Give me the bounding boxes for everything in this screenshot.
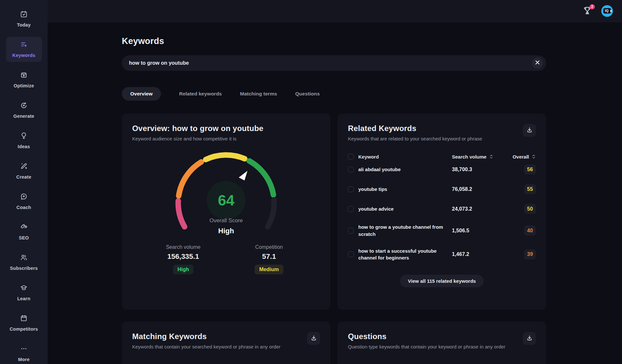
download-button[interactable] [307,332,320,345]
sidebar-item-label: Keywords [12,53,35,58]
overview-card-title: Overview: how to grow on youtube [132,124,263,133]
row-checkbox[interactable] [348,206,354,212]
sidebar-item-label: Competitors [10,326,38,332]
magic-pencil-icon [20,162,28,171]
sidebar-item-label: Coach [17,205,31,210]
sidebar-item-label: Generate [13,114,34,119]
sidebar-item-label: Ideas [17,144,30,149]
page-title: Keywords [122,36,546,46]
matching-card-title: Matching Keywords [132,332,281,341]
tags-icon [20,223,28,232]
account-avatar[interactable]: IQ [601,5,613,17]
search-volume-cell: 38,700.3 [452,167,506,172]
search-volume-cell: 1,506.5 [452,228,506,234]
sidebar-item-coach[interactable]: Coach [6,189,42,214]
sidebar-item-label: Create [16,174,31,180]
tab-overview[interactable]: Overview [122,87,161,101]
sidebar-item-subscribers[interactable]: Subscribers [6,250,42,275]
lightbulb-icon [20,132,28,141]
overview-card: Overview: how to grow on youtube Keyword… [122,114,330,310]
stat-value: 57.1 [242,252,297,261]
row-checkbox[interactable] [348,251,354,257]
main-content: Keywords Overview Related keywords Match… [48,22,622,364]
gauge-segment-medium [206,155,245,160]
graduation-cap-icon [20,284,28,293]
sidebar-item-learn[interactable]: Learn [6,280,42,305]
sidebar-item-ideas[interactable]: Ideas [6,128,42,153]
table-row: how to grow a youtube channel from scrat… [348,219,536,243]
sidebar-item-create[interactable]: Create [6,159,42,183]
gauge-segment-low [178,201,185,227]
sidebar-item-seo[interactable]: SEO [6,219,42,244]
keyword-cell: how to grow a youtube channel from scrat… [358,224,452,238]
sidebar: Today Keywords Optimize Generate Ideas [0,0,48,364]
questions-card-title: Questions [348,332,505,341]
table-row: ali abdaal youtube 38,700.3 56 [348,160,536,179]
overall-score-badge: 50 [524,204,536,214]
keyword-search-input[interactable] [129,60,527,66]
questions-card-subtitle: Question type keywords that contain your… [348,344,505,349]
sidebar-item-today[interactable]: Today [6,6,42,31]
related-card-title: Related Keywords [348,124,482,133]
sidebar-item-competitors[interactable]: Competitors [6,311,42,336]
stat-label: Search volume [156,244,211,250]
sidebar-item-label: SEO [19,235,29,240]
overall-score-badge: 56 [524,164,536,174]
download-button[interactable] [523,332,536,345]
ellipsis-icon [20,345,28,354]
overall-score-badge: 55 [524,184,536,194]
view-all-related-button[interactable]: View all 115 related keywords [400,275,484,287]
keyword-cell: youtube tips [358,186,452,193]
chat-sparkle-icon [20,193,28,202]
sidebar-item-label: Learn [17,296,30,301]
keyword-cell: how to start a successful youtube channe… [358,248,452,262]
download-icon [526,335,533,342]
gauge-segment-high [249,161,273,195]
video-box-icon [20,71,28,80]
column-header-search-volume[interactable]: Search volume [452,154,487,160]
row-checkbox[interactable] [348,167,354,172]
gauge-segment-empty [268,200,274,227]
sidebar-item-label: Today [17,22,31,28]
competition-stat: Competition 57.1 Medium [242,244,297,274]
download-button[interactable] [523,124,536,137]
column-header-overall[interactable]: Overall [513,154,529,160]
matching-card-subtitle: Keywords that contain your searched keyw… [132,344,281,349]
status-badge: High [173,265,194,274]
sidebar-item-keywords[interactable]: Keywords [6,37,42,62]
clear-search-button[interactable] [532,58,543,69]
stat-value: 156,335.1 [156,252,211,261]
column-header-keyword[interactable]: Keyword [358,154,452,160]
overall-score-rating: High [218,227,234,235]
sidebar-item-generate[interactable]: Generate [6,98,42,123]
row-checkbox[interactable] [348,228,354,234]
sidebar-item-label: Optimize [14,83,34,88]
calendar-check-icon [20,10,28,19]
overview-stats: Search volume 156,335.1 High Competition… [132,244,320,274]
questions-card: Questions Question type keywords that co… [338,322,546,364]
tab-questions[interactable]: Questions [295,91,320,97]
table-row: how to start a successful youtube channe… [348,243,536,267]
sidebar-item-optimize[interactable]: Optimize [6,67,42,92]
calendar-icon [20,314,28,324]
download-icon [526,127,533,134]
sort-icon[interactable] [532,154,536,159]
select-all-checkbox[interactable] [348,154,354,160]
sidebar-item-more[interactable]: More [6,341,42,364]
achievements-button[interactable]: 2 [582,6,593,17]
table-header: Keyword Search volume Overall [348,154,536,160]
tab-matching-terms[interactable]: Matching terms [240,91,277,97]
topbar: 2 IQ [48,0,622,22]
tab-related-keywords[interactable]: Related keywords [179,91,222,97]
trophy-icon [582,11,592,16]
related-card-subtitle: Keywords that are related to your search… [348,136,482,141]
matching-keywords-card: Matching Keywords Keywords that contain … [122,322,330,364]
search-volume-cell: 24,073.2 [452,206,506,212]
row-checkbox[interactable] [348,186,354,192]
result-tabs: Overview Related keywords Matching terms… [122,87,546,101]
overall-score-label: Overall Score [210,217,243,224]
table-row: youtube advice 24,073.2 50 [348,199,536,219]
sort-icon[interactable] [489,154,493,159]
keyword-list-icon [20,40,28,50]
search-volume-cell: 76,058.2 [452,186,506,192]
